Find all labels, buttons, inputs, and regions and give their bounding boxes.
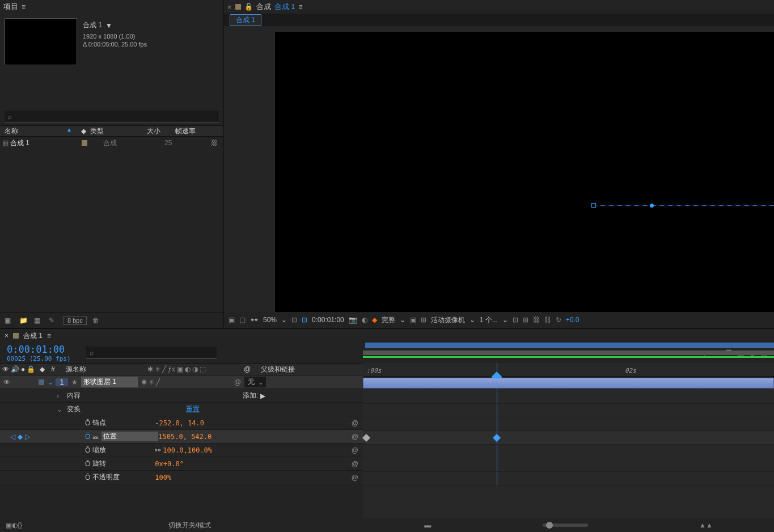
close-icon[interactable]: × [227,3,232,11]
show-snapshot-icon[interactable]: ◐ [362,316,367,324]
index-column[interactable]: # [51,365,62,373]
add-keyframe-icon[interactable]: ◆ [18,433,23,441]
time-display[interactable]: 0:00:01:00 [312,316,344,324]
composition-viewer[interactable] [224,26,774,312]
scale-x-value[interactable]: 100.0 [163,446,183,454]
layer-quality-toggle[interactable]: ╱ [156,378,160,386]
scale-y-value[interactable]: 100.0 [188,446,208,454]
audio-column-icon[interactable]: 🔊 [11,365,19,373]
parent-pickwhip[interactable]: @ [234,378,241,386]
separate-dimensions-icon[interactable]: ⅏ [92,433,99,441]
expression-pickwhip-icon[interactable]: @ [352,460,358,468]
comp-flowchart-icon[interactable]: ⛓ [544,316,551,324]
prev-keyframe-icon[interactable]: ◁ [10,433,15,441]
fast-preview-icon[interactable]: ⊡ [302,316,307,324]
timeline-tracks[interactable]: :00s 02s ▬ [363,363,774,532]
chevron-down-icon[interactable]: ⌄ [502,316,508,324]
snapshot-icon[interactable]: 📷 [349,316,357,324]
mask-visibility-icon[interactable]: 👓 [250,316,259,324]
position-track[interactable] [363,431,774,445]
motion-path-keyframe[interactable] [591,203,596,208]
interpret-footage-icon[interactable]: ▣ [5,316,14,324]
panel-menu-icon[interactable]: ≡ [22,3,26,11]
views-dropdown[interactable]: 1 个... [480,315,498,325]
twirl-down-icon[interactable]: ⌄ [48,378,53,386]
resolution-dropdown[interactable]: 完整 [382,315,395,325]
toggle-switches-icon[interactable]: ▣ [6,521,12,529]
composition-canvas[interactable] [275,32,774,312]
chevron-down-icon[interactable]: ⌄ [258,378,264,386]
video-column-icon[interactable]: 👁 [2,365,9,373]
parent-column[interactable]: 父级和链接 [261,365,295,374]
shy-icon[interactable]: ✱ [147,365,153,373]
pixel-aspect-icon[interactable]: ⊡ [513,316,518,324]
motionblur-icon[interactable]: ◐ [185,365,191,373]
project-empty-area[interactable] [0,149,223,312]
col-label-icon[interactable]: ◆ [77,127,86,135]
flowchart-icon[interactable]: ⛓ [211,139,218,147]
time-ruler[interactable]: :00s 02s [363,363,774,377]
label-column-icon[interactable]: ◆ [40,365,51,373]
expression-pickwhip-icon[interactable]: @ [352,433,358,441]
collapse-icon[interactable]: ✳ [155,365,160,373]
add-button-icon[interactable]: ▶ [260,392,265,400]
new-comp-icon[interactable]: ▦ [34,316,43,324]
bpc-button[interactable]: 8 bpc [64,316,87,325]
content-group[interactable]: › 内容 添加: ▶ [0,389,363,403]
visibility-toggle[interactable]: 👁 [0,378,14,386]
comp-tab-active[interactable]: 合成 1 [230,14,261,26]
switch-modes-button[interactable]: 切换开关/模式 [22,521,357,530]
work-area-bar[interactable] [363,351,774,355]
frameblend-icon[interactable]: ▣ [177,365,183,373]
stopwatch-icon[interactable]: Ŏ [85,460,90,468]
zoom-out-icon[interactable]: ▬ [424,521,431,529]
project-search-input[interactable]: ⌕ [5,111,219,123]
twirl-right-icon[interactable]: › [57,392,64,400]
quality-icon[interactable]: ╱ [162,365,166,373]
transform-group[interactable]: ⌄ 变换 重置 [0,403,363,416]
project-item-row[interactable]: ▦ 合成 1 合成 25 ⛓ [0,137,223,149]
solo-column-icon[interactable]: ● [21,365,25,373]
layer-shy-toggle[interactable]: ✱ [141,378,147,386]
keyframe-icon[interactable] [362,434,370,442]
reset-button[interactable]: 重置 [186,404,200,414]
reset-exposure-icon[interactable]: ↻ [556,316,561,324]
roi-icon[interactable]: ▣ [410,316,416,324]
camera-dropdown[interactable]: 活动摄像机 [431,315,465,325]
timeline-icon[interactable]: ⛓ [533,316,540,324]
stopwatch-active-icon[interactable]: Ŏ [85,433,90,441]
3d-icon[interactable]: ⬚ [200,365,206,373]
stopwatch-icon[interactable]: Ŏ [85,419,90,427]
stopwatch-icon[interactable]: Ŏ [85,446,90,454]
comp-dropdown-icon[interactable]: ▼ [105,22,112,29]
twirl-down-icon[interactable]: ⌄ [57,406,64,413]
layer-track[interactable] [363,377,774,390]
lock-icon[interactable]: 🔓 [244,3,253,11]
new-folder-icon[interactable]: 📁 [19,316,28,324]
aspect-correction-icon[interactable]: ⊡ [291,316,297,324]
lock-column-icon[interactable]: 🔒 [27,365,35,373]
col-size[interactable]: 大小 [142,126,171,136]
col-type[interactable]: 类型 [86,126,142,136]
toggle-modes-icon[interactable]: ◐ [12,521,18,529]
expression-pickwhip-icon[interactable]: @ [352,446,358,454]
zoom-chevron-icon[interactable]: ⌄ [281,316,287,324]
opacity-value[interactable]: 100% [155,474,171,482]
source-name-column[interactable]: 源名称 [62,365,147,374]
zoom-in-icon[interactable]: ▲▲ [699,521,713,529]
anchor-value[interactable]: -252.0, 14.0 [155,419,204,427]
panel-menu-icon[interactable]: ≡ [298,3,302,11]
rotation-value[interactable]: 0x+0.0° [155,460,184,468]
label-color-icon[interactable] [82,140,87,146]
layer-collapse-toggle[interactable]: ✳ [149,378,154,386]
zoom-slider[interactable] [543,523,588,527]
col-name[interactable]: 名称▲ [0,126,77,136]
position-value[interactable]: 1505.0, 542.0 [158,433,212,441]
layer-name[interactable]: 形状图层 1 [81,377,138,387]
time-navigator[interactable] [365,343,774,348]
parent-pickwhip-icon[interactable]: @ [244,365,261,373]
adjustment-layer-icon[interactable]: ✎ [49,316,58,324]
channel-icon[interactable]: ◆ [372,316,377,324]
chevron-down-icon[interactable]: ⌄ [400,316,405,324]
zoom-value[interactable]: 50% [263,316,277,324]
